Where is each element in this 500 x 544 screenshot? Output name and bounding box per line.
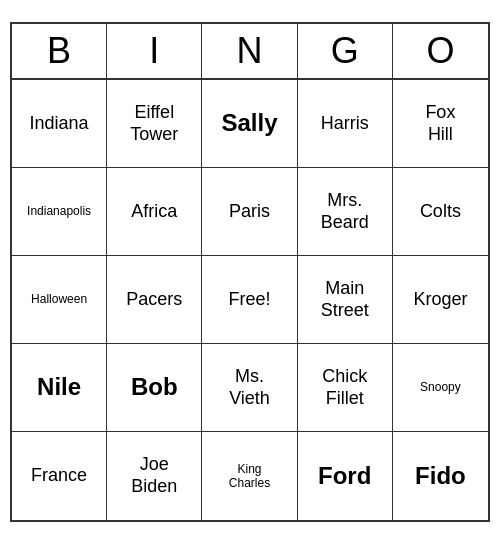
cell-text-3: Harris [321, 113, 369, 135]
cell-text-18: Chick Fillet [322, 366, 367, 409]
bingo-cell-20: France [12, 432, 107, 520]
bingo-cell-15: Nile [12, 344, 107, 432]
cell-text-21: Joe Biden [131, 454, 177, 497]
bingo-cell-5: Indianapolis [12, 168, 107, 256]
cell-text-0: Indiana [30, 113, 89, 135]
bingo-cell-19: Snoopy [393, 344, 488, 432]
cell-text-12: Free! [228, 289, 270, 311]
bingo-cell-1: Eiffel Tower [107, 80, 202, 168]
cell-text-2: Sally [221, 109, 277, 138]
cell-text-22: King Charles [229, 462, 270, 491]
bingo-cell-16: Bob [107, 344, 202, 432]
header-letter-B: B [12, 24, 107, 78]
bingo-cell-13: Main Street [298, 256, 393, 344]
bingo-cell-8: Mrs. Beard [298, 168, 393, 256]
cell-text-1: Eiffel Tower [130, 102, 178, 145]
cell-text-15: Nile [37, 373, 81, 402]
bingo-cell-0: Indiana [12, 80, 107, 168]
cell-text-14: Kroger [413, 289, 467, 311]
bingo-cell-4: Fox Hill [393, 80, 488, 168]
bingo-cell-7: Paris [202, 168, 297, 256]
bingo-cell-2: Sally [202, 80, 297, 168]
header-letter-O: O [393, 24, 488, 78]
header-letter-I: I [107, 24, 202, 78]
bingo-cell-11: Pacers [107, 256, 202, 344]
cell-text-23: Ford [318, 462, 371, 491]
bingo-header: BINGO [12, 24, 488, 80]
bingo-cell-6: Africa [107, 168, 202, 256]
bingo-cell-17: Ms. Vieth [202, 344, 297, 432]
bingo-cell-3: Harris [298, 80, 393, 168]
cell-text-11: Pacers [126, 289, 182, 311]
bingo-cell-18: Chick Fillet [298, 344, 393, 432]
bingo-cell-23: Ford [298, 432, 393, 520]
cell-text-9: Colts [420, 201, 461, 223]
header-letter-G: G [298, 24, 393, 78]
cell-text-8: Mrs. Beard [321, 190, 369, 233]
bingo-grid: IndianaEiffel TowerSallyHarrisFox HillIn… [12, 80, 488, 520]
cell-text-5: Indianapolis [27, 204, 91, 218]
cell-text-20: France [31, 465, 87, 487]
bingo-cell-10: Halloween [12, 256, 107, 344]
header-letter-N: N [202, 24, 297, 78]
cell-text-13: Main Street [321, 278, 369, 321]
bingo-cell-9: Colts [393, 168, 488, 256]
bingo-cell-12: Free! [202, 256, 297, 344]
bingo-cell-24: Fido [393, 432, 488, 520]
cell-text-10: Halloween [31, 292, 87, 306]
bingo-cell-22: King Charles [202, 432, 297, 520]
cell-text-17: Ms. Vieth [229, 366, 270, 409]
cell-text-6: Africa [131, 201, 177, 223]
cell-text-19: Snoopy [420, 380, 461, 394]
bingo-card: BINGO IndianaEiffel TowerSallyHarrisFox … [10, 22, 490, 522]
bingo-cell-21: Joe Biden [107, 432, 202, 520]
cell-text-7: Paris [229, 201, 270, 223]
bingo-cell-14: Kroger [393, 256, 488, 344]
cell-text-4: Fox Hill [425, 102, 455, 145]
cell-text-16: Bob [131, 373, 178, 402]
cell-text-24: Fido [415, 462, 466, 491]
